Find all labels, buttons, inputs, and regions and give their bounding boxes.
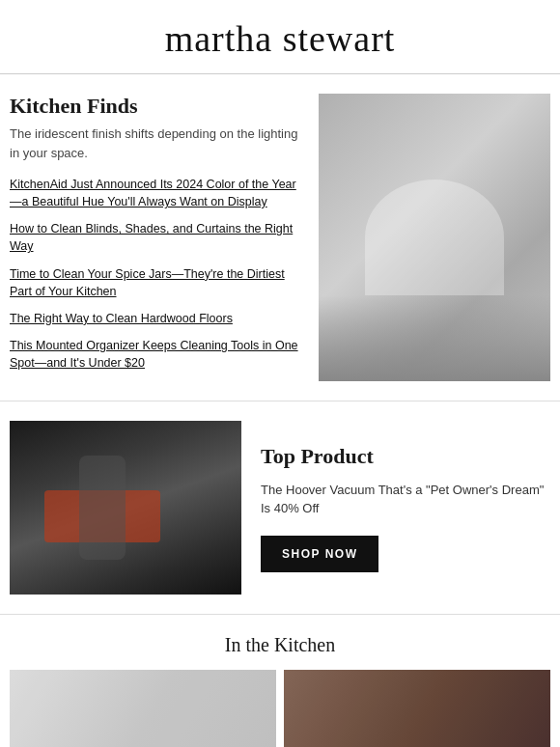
top-product-text: Top Product The Hoover Vacuum That's a "… bbox=[257, 421, 550, 595]
article-link-5[interactable]: This Mounted Organizer Keeps Cleaning To… bbox=[10, 337, 303, 372]
top-product-section: Top Product The Hoover Vacuum That's a "… bbox=[0, 401, 560, 615]
left-image-overlay bbox=[10, 670, 276, 747]
article-link-1[interactable]: KitchenAid Just Announced Its 2024 Color… bbox=[10, 176, 303, 210]
kitchen-finds-section: Kitchen Finds The iridescent finish shif… bbox=[0, 74, 560, 401]
vacuum-image-placeholder bbox=[10, 421, 241, 595]
kitchen-finds-image bbox=[319, 94, 550, 381]
article-link-4[interactable]: The Right Way to Clean Hardwood Floors bbox=[10, 310, 303, 327]
top-product-description: The Hoover Vacuum That's a "Pet Owner's … bbox=[261, 481, 546, 518]
shop-now-button[interactable]: SHOP NOW bbox=[261, 536, 378, 572]
kitchen-image-placeholder bbox=[319, 94, 550, 381]
site-title: martha stewart bbox=[19, 17, 541, 60]
kitchen-finds-subtitle: The iridescent finish shifts depending o… bbox=[10, 124, 303, 162]
kitchen-sub-image-left bbox=[10, 670, 276, 747]
site-header: martha stewart bbox=[0, 0, 560, 74]
right-image-overlay bbox=[284, 670, 550, 747]
top-product-image bbox=[10, 421, 241, 595]
kitchen-images-row bbox=[10, 670, 550, 747]
article-link-3[interactable]: Time to Clean Your Spice Jars—They're th… bbox=[10, 265, 303, 300]
in-the-kitchen-heading: In the Kitchen bbox=[10, 634, 550, 656]
in-the-kitchen-section: In the Kitchen bbox=[0, 615, 560, 747]
top-product-heading: Top Product bbox=[261, 444, 546, 469]
kitchen-finds-text: Kitchen Finds The iridescent finish shif… bbox=[10, 94, 307, 381]
kitchen-finds-heading: Kitchen Finds bbox=[10, 94, 303, 119]
kitchen-sub-image-right bbox=[284, 670, 550, 747]
article-link-2[interactable]: How to Clean Blinds, Shades, and Curtain… bbox=[10, 220, 303, 255]
